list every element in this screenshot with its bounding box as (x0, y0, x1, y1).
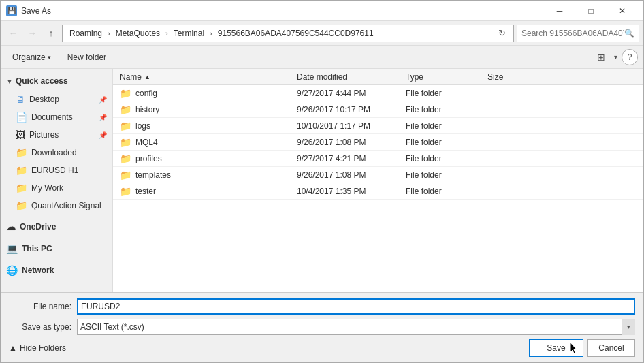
pin-icon-documents: 📌 (99, 114, 107, 121)
col-header-size[interactable]: Size (485, 72, 539, 82)
new-folder-button[interactable]: New folder (61, 49, 112, 65)
col-header-type[interactable]: Type (403, 72, 485, 82)
file-folder-icon: 📁 (120, 186, 131, 197)
pin-icon-desktop: 📌 (99, 96, 107, 104)
col-header-name[interactable]: Name ▲ (117, 72, 294, 82)
file-type: File folder (403, 105, 485, 114)
table-row[interactable]: 📁 history 9/26/2017 10:17 PM File folder (113, 101, 643, 118)
file-folder-icon: 📁 (120, 170, 131, 180)
file-date: 10/4/2017 1:35 PM (294, 187, 403, 196)
view-chevron[interactable]: ▾ (614, 53, 617, 61)
filename-input[interactable] (77, 298, 635, 315)
my-work-icon: 📁 (16, 183, 27, 193)
pictures-icon: 🖼 (16, 129, 25, 140)
organize-button[interactable]: Organize ▾ (6, 49, 57, 65)
file-date: 10/10/2017 1:17 PM (294, 121, 403, 131)
file-date: 9/26/2017 1:08 PM (294, 170, 403, 180)
quick-access-chevron: ▼ (6, 78, 13, 85)
sidebar-item-eurusd[interactable]: 📁 EURUSD H1 (1, 161, 112, 179)
file-folder-icon: 📁 (120, 121, 131, 131)
this-pc-label: This PC (22, 244, 52, 253)
forward-button[interactable]: → (24, 25, 40, 42)
search-icon: 🔍 (624, 29, 634, 38)
table-row[interactable]: 📁 profiles 9/27/2017 4:21 PM File folder (113, 151, 643, 167)
documents-icon: 📄 (16, 112, 27, 123)
file-type: File folder (403, 89, 485, 98)
window-controls: ─ □ ✕ (544, 1, 638, 21)
sidebar: ▼ Quick access 🖥 Desktop 📌 📄 Documents 📌… (1, 69, 113, 292)
sidebar-header-this-pc[interactable]: 💻 This PC (1, 239, 112, 258)
file-folder-icon: 📁 (120, 88, 131, 99)
addr-terminal[interactable]: Terminal (171, 28, 207, 39)
sidebar-section-network: 🌐 Network (1, 261, 112, 280)
addr-metaquotes[interactable]: MetaQuotes (113, 28, 163, 39)
search-box[interactable]: 🔍 (517, 25, 639, 42)
col-type-label: Type (406, 72, 423, 82)
sidebar-section-onedrive: ☁ OneDrive (1, 217, 112, 236)
file-name: 📁 logs (117, 121, 294, 131)
filetype-select[interactable]: ASCII Text (*.csv) (77, 319, 635, 335)
file-type: File folder (403, 121, 485, 131)
sort-arrow: ▲ (144, 74, 150, 80)
sidebar-item-desktop[interactable]: 🖥 Desktop 📌 (1, 91, 112, 108)
title-bar: 💾 Save As ─ □ ✕ (1, 1, 643, 21)
search-input[interactable] (521, 29, 624, 38)
quantaction-icon: 📁 (16, 200, 27, 211)
content-area: ▼ Quick access 🖥 Desktop 📌 📄 Documents 📌… (1, 69, 643, 292)
close-button[interactable]: ✕ (607, 1, 638, 21)
file-name: 📁 templates (117, 170, 294, 180)
up-button[interactable]: ↑ (43, 25, 59, 42)
sidebar-item-desktop-label: Desktop (29, 95, 59, 104)
save-label: Save (547, 343, 565, 353)
table-row[interactable]: 📁 templates 9/26/2017 1:08 PM File folde… (113, 167, 643, 183)
eurusd-icon: 📁 (16, 165, 27, 176)
help-button[interactable]: ? (622, 49, 638, 65)
table-row[interactable]: 📁 tester 10/4/2017 1:35 PM File folder (113, 183, 643, 200)
sidebar-section-quick-access: ▼ Quick access 🖥 Desktop 📌 📄 Documents 📌… (1, 72, 112, 215)
buttons-row: ▲ Hide Folders Save Cancel (9, 339, 635, 357)
organize-chevron: ▾ (48, 54, 51, 61)
sidebar-item-documents[interactable]: 📄 Documents 📌 (1, 108, 112, 126)
col-header-date[interactable]: Date modified (294, 72, 403, 82)
refresh-button[interactable]: ↻ (494, 26, 509, 41)
col-date-label: Date modified (297, 72, 347, 82)
file-folder-icon: 📁 (120, 104, 131, 115)
cancel-label: Cancel (598, 343, 624, 353)
address-bar[interactable]: Roaming › MetaQuotes › Terminal › 915566… (62, 25, 514, 42)
file-date: 9/27/2017 4:44 PM (294, 89, 403, 98)
sidebar-header-onedrive[interactable]: ☁ OneDrive (1, 217, 112, 236)
addr-hash[interactable]: 915566BA06ADA407569C544CC0D97611 (215, 28, 376, 39)
view-button[interactable]: ⊞ (592, 49, 610, 65)
organize-label: Organize (12, 52, 46, 62)
file-type: File folder (403, 187, 485, 196)
network-label: Network (22, 266, 54, 275)
sidebar-section-this-pc: 💻 This PC (1, 239, 112, 258)
addr-roaming[interactable]: Roaming (67, 28, 105, 39)
pin-icon-pictures: 📌 (99, 131, 107, 139)
table-row[interactable]: 📁 MQL4 9/26/2017 1:08 PM File folder (113, 134, 643, 151)
sidebar-header-quick-access[interactable]: ▼ Quick access (1, 72, 112, 91)
file-type: File folder (403, 170, 485, 180)
cancel-button[interactable]: Cancel (587, 339, 635, 357)
address-path: Roaming › MetaQuotes › Terminal › 915566… (67, 28, 494, 39)
sidebar-item-my-work-label: My Work (31, 183, 63, 193)
maximize-button[interactable]: □ (575, 1, 607, 21)
downloaded-icon: 📁 (16, 147, 27, 158)
filetype-label: Save as type: (9, 322, 77, 332)
table-row[interactable]: 📁 logs 10/10/2017 1:17 PM File folder (113, 118, 643, 134)
back-button[interactable]: ← (5, 25, 21, 42)
file-name: 📁 config (117, 88, 294, 99)
bottom-area: File name: Save as type: ASCII Text (*.c… (1, 292, 643, 362)
onedrive-icon: ☁ (6, 221, 16, 232)
hide-folders-button[interactable]: ▲ Hide Folders (9, 343, 66, 353)
sidebar-item-my-work[interactable]: 📁 My Work (1, 179, 112, 197)
sidebar-item-pictures[interactable]: 🖼 Pictures 📌 (1, 126, 112, 144)
sidebar-header-network[interactable]: 🌐 Network (1, 261, 112, 280)
sidebar-item-downloaded[interactable]: 📁 Downloaded (1, 144, 112, 161)
table-row[interactable]: 📁 config 9/27/2017 4:44 PM File folder (113, 85, 643, 101)
sidebar-item-quantaction[interactable]: 📁 QuantAction Signal (1, 197, 112, 215)
save-button[interactable]: Save (529, 339, 583, 357)
filetype-row: Save as type: ASCII Text (*.csv) ▾ (9, 319, 635, 335)
minimize-button[interactable]: ─ (544, 1, 575, 21)
network-icon: 🌐 (6, 265, 18, 276)
